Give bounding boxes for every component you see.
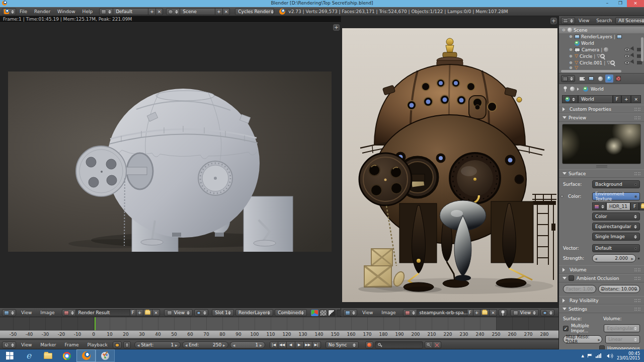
keying-set-field[interactable]	[375, 341, 423, 348]
outliner-row-renderlayers[interactable]: ⊕ RenderLayers |	[559, 33, 644, 40]
network-icon[interactable]	[596, 353, 601, 358]
image-source-select[interactable]: Single Image	[592, 233, 640, 241]
pivot-select[interactable]	[194, 309, 208, 316]
outliner-display-select[interactable]: All Scenes	[615, 17, 644, 24]
render-layer-select[interactable]: RenderLayer	[235, 309, 273, 316]
cursor-icon[interactable]	[630, 59, 636, 66]
editor-type-image-button[interactable]	[343, 309, 357, 316]
auto-keyframe-button[interactable]	[365, 341, 373, 348]
next-keyframe-button[interactable]: ▶▶	[304, 341, 312, 348]
taskbar-blender[interactable]	[76, 349, 96, 362]
editor-type-info-button[interactable]	[2, 8, 16, 15]
taskbar-ie[interactable]: e	[19, 349, 38, 362]
outliner-row-circle[interactable]: ⊕ ▽ Circle | ▽	[559, 53, 644, 59]
start-button[interactable]	[0, 349, 19, 362]
menu-view[interactable]: View	[575, 18, 593, 23]
image-browse-button[interactable]	[62, 309, 76, 316]
editor-type-properties-button[interactable]	[561, 75, 575, 82]
map-resolution-slider[interactable]: ◀Map Reso: 2048▶	[563, 335, 602, 343]
cursor-icon[interactable]	[630, 52, 636, 59]
screen-layout-select[interactable]: Default	[113, 8, 148, 15]
menu-marker[interactable]: Marker	[37, 342, 59, 347]
image-open-button[interactable]	[480, 309, 490, 316]
prev-keyframe-button[interactable]: ◀◀	[278, 341, 287, 348]
end-frame-field[interactable]: ◀ End:250 ▶	[182, 341, 228, 348]
scene-select[interactable]: Scene	[180, 8, 215, 15]
panel-grip-icon[interactable]	[634, 172, 640, 175]
surface-select[interactable]: Background	[592, 180, 640, 188]
current-frame-marker[interactable]	[95, 317, 96, 330]
panel-ray-visibility[interactable]: Ray Visibility	[559, 296, 644, 305]
view-mode-select[interactable]: View	[510, 309, 539, 316]
menu-search[interactable]: Search	[593, 18, 615, 23]
ao-distance-slider[interactable]: ◀Distanc: 10.000▶	[598, 285, 640, 293]
menu-frame[interactable]: Frame	[61, 342, 82, 347]
scene-delete-button[interactable]: ×	[223, 8, 230, 15]
editor-type-image-button[interactable]	[2, 309, 16, 316]
flag-icon[interactable]	[588, 354, 592, 357]
image-browse-button[interactable]	[592, 202, 606, 210]
slot-select[interactable]: Slot 1	[212, 309, 234, 316]
strength-slider[interactable]: ◀2.000▶	[592, 254, 636, 262]
world-unlink-button[interactable]: ×	[631, 95, 641, 103]
image-open-button[interactable]	[639, 202, 644, 210]
panel-settings[interactable]: Settings	[559, 305, 644, 313]
timeline-canvas[interactable]	[0, 317, 558, 330]
editor-type-timeline-button[interactable]	[2, 341, 16, 348]
fake-user-button[interactable]: F	[130, 309, 136, 316]
outliner-row-camera[interactable]: ⊕ Camera |	[559, 46, 644, 53]
eye-icon[interactable]	[624, 61, 630, 64]
view-mode-select[interactable]: View	[164, 309, 193, 316]
screen-layout-delete-button[interactable]: ×	[156, 8, 164, 15]
ao-checkbox[interactable]	[569, 275, 574, 281]
timeline-ruler[interactable]: -50-40-30-20-100102030405060708090100110…	[0, 330, 558, 338]
multiple-importance-checkbox[interactable]: ✓	[563, 326, 569, 331]
panel-grip-icon[interactable]	[634, 268, 640, 271]
menu-view[interactable]: View	[359, 310, 376, 315]
menu-window[interactable]: Window	[54, 9, 79, 14]
render-visibility-icon[interactable]	[637, 61, 642, 64]
current-frame-field[interactable]: ◀1 ▶	[230, 341, 265, 348]
draw-channel-alpha-button[interactable]	[319, 310, 327, 316]
image-datablock-name[interactable]: Render Result	[76, 309, 130, 316]
panel-ambient-occlusion[interactable]: Ambient Occlusion	[559, 274, 644, 282]
image-new-button[interactable]: +	[136, 309, 144, 316]
world-browse-button[interactable]	[562, 95, 578, 103]
delete-keyframe-button[interactable]	[433, 341, 441, 348]
start-frame-field[interactable]: ◀ Start:1 ▶	[134, 341, 181, 348]
world-name-field[interactable]: World	[578, 95, 613, 103]
eye-icon[interactable]	[624, 54, 630, 58]
outliner-vertical-scrollbar[interactable]	[641, 37, 643, 61]
taskbar-krita[interactable]	[96, 349, 115, 362]
play-button[interactable]: ▶	[295, 341, 304, 348]
panel-grip-icon[interactable]	[634, 308, 640, 311]
panel-grip-icon[interactable]	[634, 299, 640, 302]
outliner-row-clipped[interactable]: ⊕ ▽	[559, 66, 644, 69]
panel-grip-icon[interactable]	[634, 116, 640, 119]
image-open-button[interactable]	[143, 309, 152, 316]
outliner-row-circle001[interactable]: ⊕ ▽ Circle.001 | ▽	[559, 59, 644, 66]
region-expand-button[interactable]: +	[550, 18, 557, 24]
pivot-select[interactable]	[540, 309, 554, 316]
color-space-select[interactable]: Color	[592, 212, 640, 221]
tray-clock[interactable]: 00:45 23/01/2015	[617, 351, 640, 360]
expand-icon[interactable]: ⊕	[569, 60, 575, 65]
sync-mode-select[interactable]: No Sync	[326, 341, 359, 348]
taskbar-explorer[interactable]	[38, 349, 57, 362]
insert-keyframe-button[interactable]	[425, 341, 433, 348]
tab-scene[interactable]	[596, 75, 604, 83]
menu-image[interactable]: Image	[37, 310, 58, 315]
image-unlink-button[interactable]: ×	[490, 309, 497, 316]
taskbar-chrome[interactable]	[57, 349, 76, 362]
menu-view[interactable]: View	[18, 342, 35, 347]
screen-layout-add-button[interactable]: +	[148, 8, 156, 15]
vector-select[interactable]: Default	[592, 244, 640, 252]
fake-user-button[interactable]: F	[630, 202, 639, 210]
tab-render[interactable]	[578, 75, 586, 83]
lock-range-button[interactable]	[123, 341, 131, 348]
reference-image-canvas[interactable]: +	[341, 16, 558, 308]
expand-icon[interactable]: ⊖	[562, 28, 568, 32]
play-reverse-button[interactable]: ◀	[287, 341, 295, 348]
fake-user-button[interactable]: F	[467, 309, 473, 316]
menu-render[interactable]: Render	[31, 9, 54, 14]
